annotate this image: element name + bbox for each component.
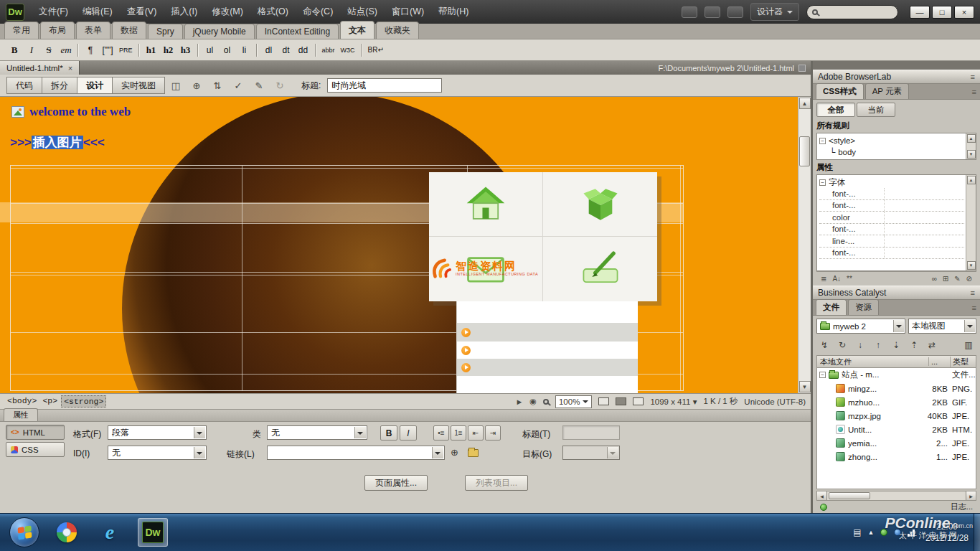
menu-item[interactable]: 查看(V) <box>120 1 164 23</box>
page-properties-button[interactable]: 页面属性... <box>364 475 428 491</box>
site-root-row[interactable]: − 站点 - m... 文件... <box>817 368 976 382</box>
design-canvas[interactable]: welcome to the web >>>插入图片<<< <box>0 97 811 393</box>
app-logo[interactable]: Dw <box>6 4 24 21</box>
view-mode-button[interactable]: 拆分 <box>42 77 77 94</box>
scroll-up-icon[interactable]: ▲ <box>799 98 811 109</box>
scroll-down-icon[interactable]: ▼ <box>967 261 976 270</box>
point-to-file-icon[interactable]: ⊕ <box>451 447 458 458</box>
style-rule[interactable]: <style> <box>829 136 855 145</box>
css-property-row[interactable]: line-... <box>819 235 964 248</box>
zoom-tool-icon[interactable] <box>543 399 549 405</box>
insert-tab[interactable]: 布局 <box>40 22 75 39</box>
browse-folder-icon[interactable] <box>468 449 479 457</box>
window-size-icon[interactable] <box>633 397 644 405</box>
live-view-options-icon[interactable]: ◫ <box>167 77 184 93</box>
insert-button[interactable]: dd <box>295 42 312 58</box>
menu-item[interactable]: 站点(S) <box>340 1 385 23</box>
file-management-icon[interactable]: ⇅ <box>209 77 226 93</box>
house-icon[interactable] <box>429 172 543 237</box>
format-dropdown[interactable]: 段落 <box>108 425 207 440</box>
css-property-value[interactable] <box>884 235 964 247</box>
close-button[interactable]: × <box>954 6 974 19</box>
safety-tray-icon[interactable] <box>880 529 887 536</box>
visual-aids-icon[interactable]: ✎ <box>250 77 268 93</box>
insert-tab[interactable]: 常用 <box>4 22 39 39</box>
minimize-button[interactable]: — <box>910 6 930 19</box>
check-out-icon[interactable]: ⇣ <box>890 340 902 350</box>
insert-button[interactable]: I <box>23 42 40 58</box>
insert-button[interactable]: ¶ <box>82 42 99 58</box>
id-dropdown[interactable]: 无 <box>108 446 207 460</box>
hand-tool-icon[interactable]: ◉ <box>529 397 537 406</box>
current-rule-button[interactable]: 当前 <box>857 103 895 117</box>
scroll-right-icon[interactable]: ▶ <box>966 491 976 500</box>
close-tab-icon[interactable]: × <box>68 64 72 72</box>
insert-button[interactable]: h3 <box>177 42 194 58</box>
file-row[interactable]: mzhuo... 2KB GIF. <box>817 395 976 409</box>
nav-list-area[interactable] <box>456 301 638 393</box>
maximize-button[interactable]: □ <box>932 6 952 19</box>
css-rules-tree[interactable]: − <style> └ body ▲ ▼ <box>816 133 976 160</box>
panel-menu-icon[interactable]: ≡ <box>972 88 976 96</box>
insert-button[interactable]: em <box>57 42 75 58</box>
insert-button[interactable]: ol <box>219 42 236 58</box>
menu-item[interactable]: 格式(O) <box>250 1 296 23</box>
panel-menu-icon[interactable]: ≡ <box>971 288 975 297</box>
view-mode-button[interactable]: 实时视图 <box>112 77 165 94</box>
unordered-list-icon[interactable]: •≡ <box>433 425 449 441</box>
site-dropdown[interactable]: myweb 2 <box>816 319 905 334</box>
extend-icon[interactable] <box>705 6 720 18</box>
view-mode-button[interactable]: 代码 <box>6 77 42 94</box>
refresh-icon[interactable]: ↻ <box>271 77 288 93</box>
css-mode-button[interactable]: CSS <box>6 442 65 457</box>
properties-panel-header[interactable]: 属性 <box>0 410 811 422</box>
network-icon[interactable] <box>908 529 915 537</box>
insert-button[interactable] <box>197 44 199 57</box>
bold-button[interactable]: B <box>380 425 397 441</box>
menu-item[interactable]: 命令(C) <box>296 1 340 23</box>
update-tray-icon[interactable] <box>894 529 901 536</box>
list-row[interactable] <box>457 323 638 342</box>
panel-tab[interactable]: AP 元素 <box>865 83 909 99</box>
scroll-down-icon[interactable]: ▼ <box>967 150 976 159</box>
select-tool-icon[interactable]: ► <box>515 397 523 406</box>
tag-selector[interactable]: <strong> <box>61 395 106 408</box>
scroll-up-icon[interactable]: ▲ <box>967 134 976 143</box>
search-input[interactable] <box>806 5 898 19</box>
list-row[interactable] <box>457 342 638 359</box>
insert-button[interactable]: h2 <box>160 42 177 58</box>
input-indicator-icon[interactable]: ▤ <box>853 527 861 537</box>
panel-tab[interactable]: 文件 <box>816 299 847 315</box>
insert-tab[interactable]: 收藏夹 <box>376 22 419 39</box>
css-property-row[interactable]: font-... <box>819 224 964 236</box>
pen-tablet-icon[interactable] <box>543 237 657 301</box>
show-hidden-icons[interactable]: ▲ <box>868 529 875 536</box>
browserlab-panel-header[interactable]: Adobe BrowserLab ≡ <box>813 70 980 84</box>
menu-item[interactable]: 修改(M) <box>204 1 250 23</box>
check-in-icon[interactable]: ⇡ <box>908 340 920 350</box>
insert-button[interactable]: h1 <box>143 42 160 58</box>
insert-tab[interactable]: jQuery Mobile <box>184 24 255 39</box>
put-files-icon[interactable]: ↑ <box>872 340 884 350</box>
delete-rule-icon[interactable]: ⊘ <box>966 275 972 283</box>
window-size-value[interactable]: 1099 x 411 ▾ <box>650 397 697 407</box>
css-property-row[interactable]: font-... <box>819 200 964 212</box>
properties-scrollbar[interactable]: ▲ ▼ <box>966 175 976 270</box>
menu-item[interactable]: 文件(F) <box>32 1 75 23</box>
insert-button[interactable]: dl <box>260 42 278 58</box>
panel-tab[interactable]: 资源 <box>848 299 879 315</box>
expand-panel-icon[interactable]: ▥ <box>963 340 974 350</box>
body-rule[interactable]: body <box>838 148 856 156</box>
file-row[interactable]: zhong... 1... JPE. <box>817 450 976 463</box>
page-graphic-panel[interactable] <box>429 172 657 301</box>
workspace-switcher[interactable]: 设计器 <box>750 3 799 21</box>
file-row[interactable]: Untit... 2KB HTM. <box>817 423 976 436</box>
insert-button[interactable]: abbr <box>319 42 338 58</box>
insert-button[interactable]: W3C <box>338 42 358 58</box>
css-property-row[interactable]: color <box>819 212 964 224</box>
type-column[interactable]: 类型 <box>950 357 976 367</box>
business-catalyst-panel-header[interactable]: Business Catalyst ≡ <box>813 286 980 300</box>
panel-tab[interactable]: CSS样式 <box>816 83 864 99</box>
connect-icon[interactable]: ↯ <box>819 340 830 350</box>
insert-button[interactable]: [""] <box>99 42 116 58</box>
